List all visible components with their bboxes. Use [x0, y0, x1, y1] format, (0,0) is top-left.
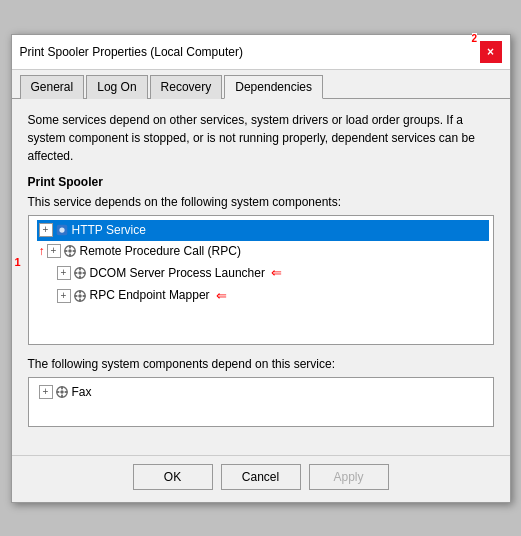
expand-icon-http[interactable]: +: [39, 223, 53, 237]
svg-rect-19: [82, 295, 85, 297]
svg-rect-13: [82, 272, 85, 274]
svg-point-1: [59, 227, 64, 232]
tree-item-fax[interactable]: + Fax: [37, 382, 489, 403]
tree-item-rpc[interactable]: ↑ + Remote Procedure Call (RPC): [37, 241, 489, 262]
gear-icon-dcom: [73, 266, 87, 280]
arrow-annotation-dcom: ⇐: [271, 263, 282, 284]
http-service-label: HTTP Service: [72, 221, 146, 240]
gear-icon-fax: [55, 385, 69, 399]
close-button[interactable]: 2 ×: [480, 41, 502, 63]
tab-content: Some services depend on other services, …: [12, 99, 510, 455]
close-badge: 2: [472, 33, 478, 44]
tab-logon[interactable]: Log On: [86, 75, 147, 99]
up-arrow-annotation: ↑: [39, 242, 45, 261]
system-depends-label: The following system components depend o…: [28, 357, 494, 371]
tab-dependencies[interactable]: Dependencies: [224, 75, 323, 99]
gear-icon-rpc: [63, 244, 77, 258]
tree-item-dcom[interactable]: + DCOM Server Process Launcher ⇐: [55, 262, 489, 285]
tab-recovery[interactable]: Recovery: [150, 75, 223, 99]
svg-rect-12: [74, 272, 77, 274]
svg-rect-11: [79, 276, 81, 279]
svg-rect-4: [69, 246, 71, 249]
rpc-label: Remote Procedure Call (RPC): [80, 242, 241, 261]
svg-rect-25: [64, 391, 67, 393]
fax-label: Fax: [72, 383, 92, 402]
properties-window: Print Spooler Properties (Local Computer…: [11, 34, 511, 503]
tab-bar: General Log On Recovery Dependencies: [12, 70, 510, 99]
svg-rect-5: [69, 254, 71, 257]
tab-general[interactable]: General: [20, 75, 85, 99]
expand-icon-rpc-mapper[interactable]: +: [57, 289, 71, 303]
depends-on-label: This service depends on the following sy…: [28, 195, 494, 209]
apply-button[interactable]: Apply: [309, 464, 389, 490]
svg-rect-23: [61, 395, 63, 398]
expand-icon-rpc[interactable]: +: [47, 244, 61, 258]
svg-rect-10: [79, 268, 81, 271]
svg-point-21: [60, 390, 64, 394]
annotation-1: 1: [15, 256, 21, 268]
window-title: Print Spooler Properties (Local Computer…: [20, 45, 243, 59]
ok-button[interactable]: OK: [133, 464, 213, 490]
button-row: OK Cancel Apply: [12, 455, 510, 502]
depends-on-tree: 1 + HTTP Service ↑ +: [28, 215, 494, 345]
svg-point-3: [68, 250, 72, 254]
expand-icon-dcom[interactable]: +: [57, 266, 71, 280]
title-bar: Print Spooler Properties (Local Computer…: [12, 35, 510, 70]
rpc-mapper-label: RPC Endpoint Mapper: [90, 286, 210, 305]
tree-item-http[interactable]: + HTTP Service: [37, 220, 489, 241]
arrow-annotation-rpc-mapper: ⇐: [216, 286, 227, 307]
svg-rect-24: [56, 391, 59, 393]
svg-point-15: [78, 294, 82, 298]
svg-rect-22: [61, 387, 63, 390]
expand-icon-fax[interactable]: +: [39, 385, 53, 399]
svg-point-9: [78, 272, 82, 276]
gear-icon-http: [55, 223, 69, 237]
svg-rect-18: [74, 295, 77, 297]
cancel-button[interactable]: Cancel: [221, 464, 301, 490]
svg-rect-16: [79, 291, 81, 294]
tree-item-rpc-mapper[interactable]: + RPC Endpoint Mapper ⇐: [55, 285, 489, 308]
svg-rect-7: [72, 250, 75, 252]
service-name: Print Spooler: [28, 175, 494, 189]
dcom-label: DCOM Server Process Launcher: [90, 264, 265, 283]
system-depends-tree: + Fax: [28, 377, 494, 427]
description-text: Some services depend on other services, …: [28, 111, 494, 165]
close-icon: ×: [487, 45, 494, 59]
svg-rect-6: [64, 250, 67, 252]
svg-rect-17: [79, 299, 81, 302]
gear-icon-rpc-mapper: [73, 289, 87, 303]
